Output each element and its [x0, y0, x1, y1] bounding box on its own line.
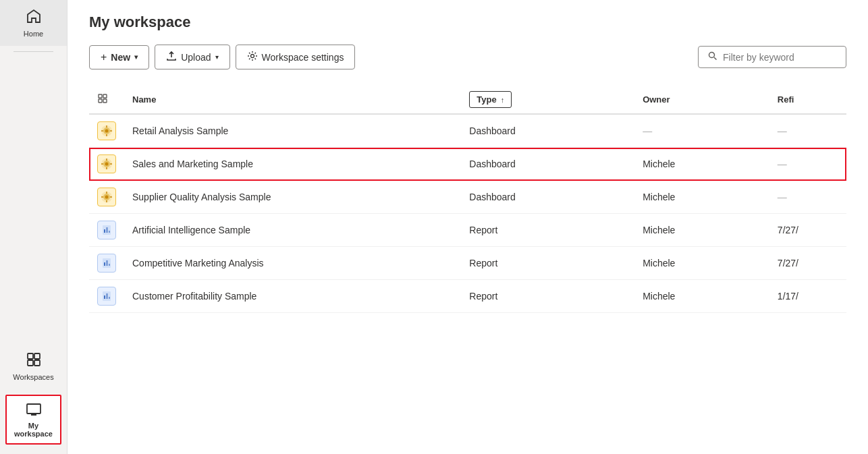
table-row[interactable]: Supplier Quality Analysis SampleDashboar…: [89, 181, 846, 214]
row-owner: —: [634, 114, 769, 148]
dashboard-icon: [97, 188, 116, 206]
table-row[interactable]: Artificial Intelligence SampleReportMich…: [89, 214, 846, 247]
row-type: Report: [461, 214, 634, 247]
sort-arrow-icon: ↑: [501, 96, 505, 104]
row-owner: Michele: [634, 148, 769, 181]
col-header-type[interactable]: Type ↑: [461, 86, 634, 114]
workspaces-label: Workspaces: [13, 373, 53, 381]
row-type: Dashboard: [461, 181, 634, 214]
sidebar-item-my-workspace[interactable]: Myworkspace: [5, 395, 61, 445]
col-header-name: Name: [124, 86, 461, 114]
svg-rect-37: [104, 262, 105, 266]
svg-rect-34: [107, 227, 108, 233]
report-icon: [97, 254, 116, 273]
table-row[interactable]: Customer Profitability SampleReportMiche…: [89, 280, 846, 313]
new-button[interactable]: + New ▾: [89, 45, 149, 69]
main-content: My workspace + New ▾ Upload ▾: [67, 0, 868, 454]
svg-rect-1: [34, 353, 40, 359]
row-type: Report: [461, 247, 634, 280]
svg-point-13: [105, 130, 109, 133]
new-button-label: New: [111, 52, 130, 63]
row-name: Retail Analysis Sample: [124, 114, 461, 148]
svg-rect-43: [109, 297, 110, 299]
upload-button[interactable]: Upload ▾: [155, 45, 229, 69]
filter-input[interactable]: [723, 52, 831, 63]
dashboard-icon: [97, 154, 116, 173]
table-body: Retail Analysis SampleDashboard—— Sales …: [89, 114, 846, 313]
svg-rect-35: [109, 231, 110, 233]
row-owner: Michele: [634, 280, 769, 313]
svg-rect-41: [104, 295, 105, 299]
row-icon-cell: [89, 114, 124, 148]
row-name: Supplier Quality Analysis Sample: [124, 181, 461, 214]
row-type: Dashboard: [461, 114, 634, 148]
svg-rect-42: [107, 293, 108, 299]
svg-rect-7: [99, 94, 102, 98]
svg-rect-9: [99, 99, 102, 103]
svg-rect-10: [103, 99, 107, 103]
type-sort-button[interactable]: Type ↑: [469, 91, 512, 108]
sidebar-item-workspaces[interactable]: Workspaces: [0, 343, 67, 389]
report-icon: [97, 287, 116, 306]
row-owner: Michele: [634, 247, 769, 280]
svg-rect-4: [27, 404, 40, 414]
workspace-settings-button[interactable]: Workspace settings: [236, 45, 356, 69]
upload-button-label: Upload: [181, 52, 211, 63]
sidebar-bottom: Workspaces Myworkspace: [0, 343, 67, 454]
row-refresh: —: [769, 148, 846, 181]
row-refresh: 7/27/: [769, 214, 846, 247]
page-title: My workspace: [89, 13, 846, 31]
row-icon-cell: [89, 247, 124, 280]
plus-icon: +: [101, 51, 107, 63]
svg-rect-8: [103, 94, 107, 98]
svg-rect-39: [109, 264, 110, 266]
row-refresh: 7/27/: [769, 247, 846, 280]
svg-rect-0: [28, 353, 33, 359]
toolbar: + New ▾ Upload ▾ Workspace settings: [89, 45, 846, 69]
table-container: Name Type ↑ Owner Refi: [89, 86, 846, 441]
svg-point-6: [709, 53, 715, 58]
sidebar-item-home[interactable]: Home: [0, 0, 67, 46]
table-row[interactable]: Sales and Marketing SampleDashboardMiche…: [89, 148, 846, 181]
row-icon-cell: [89, 214, 124, 247]
row-owner: Michele: [634, 214, 769, 247]
table-row[interactable]: Competitive Marketing AnalysisReportMich…: [89, 247, 846, 280]
svg-rect-33: [104, 229, 105, 233]
row-refresh: —: [769, 181, 846, 214]
sidebar-divider: [13, 51, 53, 52]
svg-point-5: [250, 55, 254, 58]
col-header-refresh: Refi: [769, 86, 846, 114]
table-row[interactable]: Retail Analysis SampleDashboard——: [89, 114, 846, 148]
row-type: Report: [461, 280, 634, 313]
row-name: Competitive Marketing Analysis: [124, 247, 461, 280]
row-refresh: —: [769, 114, 846, 148]
my-workspace-icon: [26, 401, 42, 420]
svg-rect-2: [28, 360, 33, 366]
row-name: Customer Profitability Sample: [124, 280, 461, 313]
filter-container: [698, 46, 846, 68]
home-icon: [26, 8, 42, 27]
row-name: Sales and Marketing Sample: [124, 148, 461, 181]
sidebar: Home Workspaces Myworkspace: [0, 0, 67, 454]
row-owner: Michele: [634, 181, 769, 214]
row-icon-cell: [89, 181, 124, 214]
row-icon-cell: [89, 148, 124, 181]
table-header-row: Name Type ↑ Owner Refi: [89, 86, 846, 114]
workspace-settings-label: Workspace settings: [262, 52, 344, 63]
col-header-owner: Owner: [634, 86, 769, 114]
upload-dropdown-icon: ▾: [215, 53, 219, 61]
row-name: Artificial Intelligence Sample: [124, 214, 461, 247]
workspaces-icon: [26, 351, 42, 370]
col-header-icon: [89, 86, 124, 114]
row-refresh: 1/17/: [769, 280, 846, 313]
svg-rect-3: [34, 360, 40, 366]
settings-icon: [247, 51, 258, 63]
report-icon: [97, 221, 116, 239]
svg-point-27: [105, 196, 109, 199]
row-type: Dashboard: [461, 148, 634, 181]
new-dropdown-icon: ▾: [134, 53, 138, 61]
search-icon: [708, 51, 717, 63]
items-table: Name Type ↑ Owner Refi: [89, 86, 846, 313]
my-workspace-label: Myworkspace: [14, 422, 53, 438]
dashboard-icon: [97, 121, 116, 140]
